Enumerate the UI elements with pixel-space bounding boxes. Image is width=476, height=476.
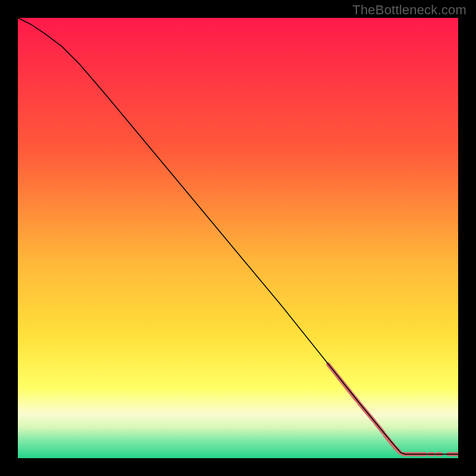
chart-svg	[18, 18, 458, 458]
chart-frame: TheBottleneck.com	[0, 0, 476, 476]
chart-background	[18, 18, 458, 458]
watermark-text: TheBottleneck.com	[352, 2, 466, 18]
plot-area	[18, 18, 458, 458]
